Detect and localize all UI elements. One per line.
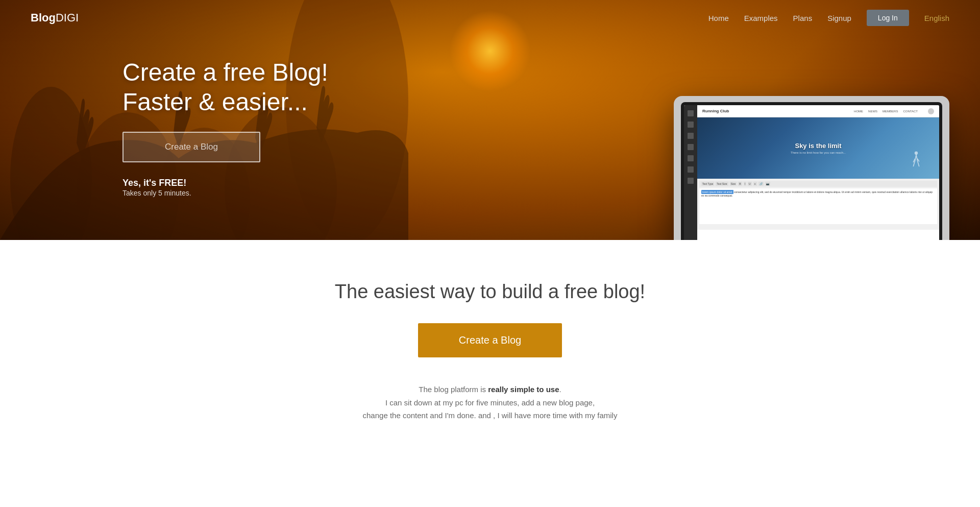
screen-topbar: Running Club HOME NEWS MEMBERS CONTACT (697, 105, 939, 117)
sidebar-icon-2 (688, 122, 694, 128)
tool-bold: B (738, 182, 742, 186)
tool-italic: I (744, 182, 746, 186)
sidebar-icon-1 (688, 110, 694, 116)
screen-hero-sub: There is no limit how far you can reach.… (791, 151, 846, 154)
desc-bold: really simple to use (488, 385, 559, 394)
hero-cta-button[interactable]: Create a Blog (122, 132, 260, 162)
editor-body-text: consectetur adipiscing elit, sed do eius… (701, 190, 933, 197)
runner-silhouette-icon (909, 151, 924, 171)
nav-examples[interactable]: Examples (744, 14, 778, 22)
section-features: The easiest way to build a free blog! Cr… (0, 240, 980, 453)
svg-point-5 (915, 152, 918, 155)
cta-orange-button[interactable]: Create a Blog (418, 323, 562, 357)
hero-title-line2: Faster & easier... (122, 88, 308, 115)
language-selector[interactable]: English (924, 14, 949, 22)
tool-link: 🔗 (758, 182, 764, 186)
hero-section: Create a free Blog! Faster & easier... C… (0, 0, 980, 240)
nav-signup[interactable]: Signup (827, 14, 851, 22)
screen-hero-title: Sky is the limit (795, 142, 841, 150)
desc-part2: . (559, 385, 561, 394)
site-logo[interactable]: BlogDIGI (31, 11, 79, 25)
screen-site-name: Running Club (702, 109, 844, 113)
tool-img: 📷 (765, 182, 770, 186)
logo-text-bold: Blog (31, 11, 56, 24)
tool-textsize: Text Size (716, 182, 728, 186)
desc-part1: The blog platform is (419, 385, 488, 394)
editor-highlight: lorem ipsum dolor sit amet (701, 190, 733, 194)
hero-free-sub: Takes only 5 minutes. (122, 189, 191, 197)
screen-nav-contact: CONTACT (903, 110, 918, 113)
screen-editor: Text Type Text Size Size B I U ≡ 🔗 📷 (697, 179, 939, 230)
sidebar-icon-3 (688, 133, 694, 139)
screen-sidebar (684, 105, 697, 240)
laptop-bezel: Running Club HOME NEWS MEMBERS CONTACT (681, 102, 942, 240)
editor-toolbar: Text Type Text Size Size B I U ≡ 🔗 📷 (699, 181, 937, 187)
hero-title: Create a free Blog! Faster & easier... (122, 58, 328, 116)
laptop-screen: Running Club HOME NEWS MEMBERS CONTACT (684, 105, 939, 240)
screen-nav-items: HOME NEWS MEMBERS CONTACT (854, 110, 918, 113)
navbar: BlogDIGI Home Examples Plans Signup Log … (0, 0, 980, 36)
screen-nav-home: HOME (854, 110, 863, 113)
desc-line2: I can sit down at my pc for five minutes… (337, 396, 643, 409)
hero-title-line1: Create a free Blog! (122, 59, 328, 86)
hero-free-text: Yes, it's FREE! Takes only 5 minutes. (122, 178, 328, 198)
nav-plans[interactable]: Plans (793, 14, 813, 22)
sidebar-icon-5 (688, 155, 694, 161)
sidebar-icon-6 (688, 166, 694, 173)
tool-size: Size (730, 182, 737, 186)
logo-text-thin: DIGI (56, 11, 79, 24)
sidebar-icon-7 (688, 178, 694, 184)
desc-line3: change the content and I'm done. and , I… (337, 409, 643, 422)
laptop-mockup: Running Club HOME NEWS MEMBERS CONTACT (674, 96, 949, 240)
tool-texttype: Text Type (701, 182, 714, 186)
screen-nav-news: NEWS (868, 110, 877, 113)
nav-links: Home Examples Plans Signup Log In Englis… (708, 10, 949, 26)
screen-circle (928, 108, 934, 114)
section-description: The blog platform is really simple to us… (337, 383, 643, 422)
laptop-body: Running Club HOME NEWS MEMBERS CONTACT (674, 96, 949, 240)
screen-nav-members: MEMBERS (883, 110, 898, 113)
screen-main: Running Club HOME NEWS MEMBERS CONTACT (697, 105, 939, 240)
hero-content: Create a free Blog! Faster & easier... C… (0, 42, 328, 198)
screen-hero-img: Sky is the limit There is no limit how f… (697, 117, 939, 179)
tool-underline: U (748, 182, 752, 186)
editor-body: lorem ipsum dolor sit amet consectetur a… (699, 188, 937, 224)
hero-free-label: Yes, it's FREE! (122, 178, 328, 188)
sidebar-icon-4 (688, 144, 694, 150)
tool-align: ≡ (753, 182, 757, 186)
login-button[interactable]: Log In (867, 10, 909, 26)
section-tagline: The easiest way to build a free blog! (10, 281, 970, 303)
nav-home[interactable]: Home (708, 14, 729, 22)
